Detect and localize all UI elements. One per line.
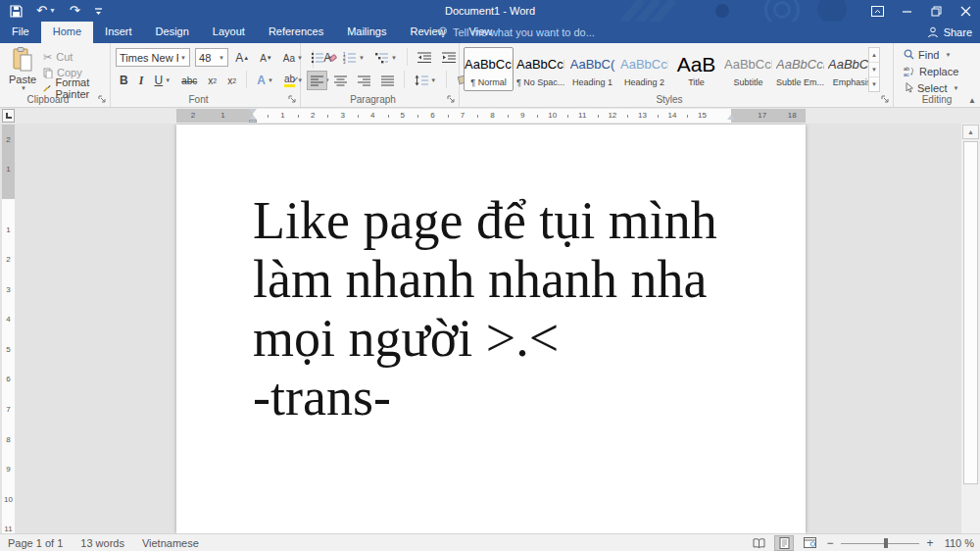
document-area: 211234567891011 Like page để tụi mìnhlàm… bbox=[0, 124, 980, 533]
shrink-font-button[interactable]: A▼ bbox=[256, 48, 276, 68]
word-count-indicator[interactable]: 13 words bbox=[80, 537, 124, 549]
font-size-combo[interactable]: 48▼ bbox=[195, 48, 228, 67]
align-right-button[interactable] bbox=[354, 71, 374, 90]
styles-group-label: Styles bbox=[460, 94, 879, 105]
style-subtitle[interactable]: AaBbCcDSubtitle bbox=[723, 47, 773, 91]
increase-indent-button[interactable] bbox=[438, 48, 460, 68]
zoom-level-indicator[interactable]: 110 % bbox=[941, 537, 974, 549]
page-count-indicator[interactable]: Page 1 of 1 bbox=[8, 537, 63, 549]
tab-design[interactable]: Design bbox=[144, 22, 201, 43]
style-subtle-em[interactable]: AaBbCcISubtle Em... bbox=[775, 47, 825, 91]
ruler-number: 2 bbox=[311, 111, 315, 120]
grow-font-button[interactable]: A▲ bbox=[231, 48, 253, 68]
find-button[interactable]: Find▼ bbox=[904, 47, 980, 62]
zoom-slider-thumb[interactable] bbox=[884, 538, 888, 548]
svg-text:3: 3 bbox=[343, 60, 346, 64]
line-spacing-button[interactable]: ▼ bbox=[411, 71, 440, 90]
scrollbar-thumb[interactable] bbox=[963, 141, 978, 484]
ruler-number: 1 bbox=[2, 225, 15, 233]
text-effects-button[interactable]: A▼ bbox=[253, 71, 277, 90]
tab-file[interactable]: File bbox=[0, 22, 41, 43]
document-text[interactable]: Like page để tụi mìnhlàm nhanh nhanh nha… bbox=[253, 191, 717, 426]
styles-gallery-more-icon[interactable]: ▼ bbox=[869, 77, 879, 91]
paragraph-dialog-launcher[interactable] bbox=[447, 95, 456, 104]
replace-button[interactable]: abac Replace bbox=[904, 64, 980, 78]
bullets-icon bbox=[311, 52, 324, 64]
font-dialog-launcher[interactable] bbox=[288, 95, 297, 104]
zoom-in-button[interactable]: + bbox=[925, 536, 935, 550]
first-line-indent-marker[interactable] bbox=[249, 109, 257, 114]
decrease-indent-button[interactable] bbox=[414, 48, 435, 68]
justify-button[interactable] bbox=[377, 71, 398, 90]
read-mode-icon bbox=[753, 538, 765, 548]
style-heading-1[interactable]: AaBbC(Heading 1 bbox=[567, 47, 617, 91]
zoom-slider[interactable] bbox=[841, 535, 919, 551]
close-button[interactable] bbox=[951, 0, 980, 22]
ruler-number: 9 bbox=[2, 465, 15, 474]
paste-caret-icon[interactable]: ▼ bbox=[8, 85, 39, 91]
justify-icon bbox=[381, 75, 394, 86]
document-text-line[interactable]: Like page để tụi mình bbox=[253, 191, 717, 250]
scroll-up-icon[interactable]: ▲ bbox=[962, 125, 979, 139]
document-page[interactable]: Like page để tụi mìnhlàm nhanh nhanh nha… bbox=[176, 125, 806, 533]
clipboard-dialog-launcher[interactable] bbox=[98, 95, 107, 104]
multilevel-list-button[interactable]: ▼ bbox=[371, 48, 401, 68]
bullets-button[interactable]: ▼ bbox=[307, 48, 336, 68]
tab-stop-selector[interactable] bbox=[2, 109, 15, 123]
ruler-number: 2 bbox=[2, 255, 15, 264]
horizontal-ruler: 21 123456789101112131415 1718 bbox=[176, 109, 806, 123]
tab-mailings[interactable]: Mailings bbox=[335, 22, 398, 43]
subscript-button[interactable]: x2 bbox=[204, 71, 220, 90]
svg-text:ac: ac bbox=[904, 72, 909, 76]
font-name-combo[interactable]: Times New Ro▼ bbox=[116, 48, 190, 67]
styles-scroll-up-icon[interactable]: ▲ bbox=[869, 48, 879, 63]
superscript-button[interactable]: x2 bbox=[223, 71, 240, 90]
styles-gallery: AaBbCcI¶ NormalAaBbCcI¶ No Spac...AaBbC(… bbox=[464, 47, 879, 92]
tab-layout[interactable]: Layout bbox=[201, 22, 257, 43]
ruler-number: 2 bbox=[2, 134, 15, 143]
ribbon-display-options-button[interactable] bbox=[862, 0, 892, 22]
minimize-button[interactable] bbox=[892, 0, 921, 22]
right-indent-marker[interactable] bbox=[727, 115, 735, 120]
document-text-line[interactable]: -trans- bbox=[253, 368, 717, 426]
strikethrough-button[interactable]: abc bbox=[177, 71, 201, 90]
styles-scroll-down-icon[interactable]: ▼ bbox=[869, 63, 879, 77]
document-text-line[interactable]: mọi người >.< bbox=[253, 309, 717, 368]
zoom-out-button[interactable]: − bbox=[825, 536, 835, 550]
align-left-button[interactable] bbox=[307, 71, 327, 90]
format-painter-icon bbox=[43, 83, 51, 94]
collapse-ribbon-icon[interactable]: ▲ bbox=[968, 96, 976, 105]
italic-button[interactable]: I bbox=[135, 71, 148, 90]
bold-button[interactable]: B bbox=[116, 71, 132, 90]
read-mode-button[interactable] bbox=[749, 535, 768, 551]
style-no-spac[interactable]: AaBbCcI¶ No Spac... bbox=[515, 47, 565, 91]
tab-home[interactable]: Home bbox=[41, 22, 93, 43]
share-button[interactable]: Share bbox=[927, 22, 972, 43]
restore-button[interactable] bbox=[921, 0, 951, 22]
ruler-tick bbox=[627, 115, 628, 118]
language-indicator[interactable]: Vietnamese bbox=[142, 537, 199, 549]
tab-references[interactable]: References bbox=[257, 22, 335, 43]
style-heading-2[interactable]: AaBbCcEHeading 2 bbox=[619, 47, 669, 91]
style-label: ¶ Normal bbox=[465, 77, 513, 87]
document-text-line[interactable]: làm nhanh nhanh nha bbox=[253, 250, 717, 309]
style-title[interactable]: AaBTitle bbox=[671, 47, 721, 91]
style-label: Title bbox=[672, 77, 720, 87]
style-preview: AaBbCcE bbox=[620, 53, 668, 76]
tab-insert[interactable]: Insert bbox=[93, 22, 144, 43]
print-layout-button[interactable] bbox=[774, 535, 794, 551]
select-button[interactable]: Select▼ bbox=[904, 80, 980, 95]
ruler-number: 11 bbox=[2, 525, 15, 533]
style-normal[interactable]: AaBbCcI¶ Normal bbox=[464, 47, 514, 91]
styles-dialog-launcher[interactable] bbox=[881, 95, 890, 104]
align-center-button[interactable] bbox=[330, 71, 351, 90]
left-indent-marker[interactable] bbox=[249, 120, 257, 123]
find-icon bbox=[904, 49, 914, 60]
vertical-scrollbar[interactable]: ▲ bbox=[961, 124, 980, 533]
underline-button[interactable]: U▼ bbox=[150, 71, 174, 90]
web-layout-button[interactable] bbox=[800, 535, 819, 551]
tell-me-box[interactable]: Tell me what you want to do... bbox=[428, 22, 605, 43]
ruler-tick bbox=[298, 115, 299, 118]
numbering-button[interactable]: 123▼ bbox=[339, 48, 368, 68]
cut-button[interactable]: ✂ Cut bbox=[43, 49, 110, 65]
